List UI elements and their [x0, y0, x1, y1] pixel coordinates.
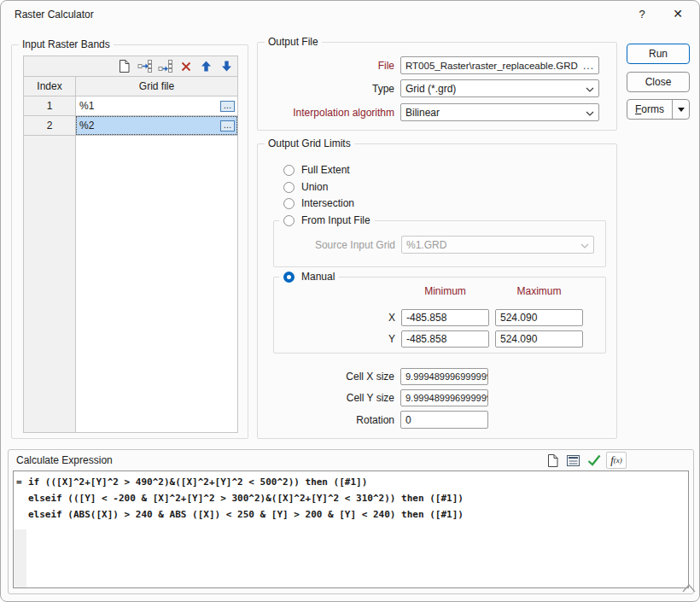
resize-grip[interactable]: [681, 582, 697, 596]
bands-toolbar: [23, 56, 238, 76]
y-max-input[interactable]: 524.090: [495, 330, 583, 348]
expression-code[interactable]: if (([X]^2+[Y]^2 > 490^2)&([X]^2+[Y]^2 <…: [28, 474, 464, 523]
manual-group: Manual Minimum Maximum X -485.858 524.09…: [273, 277, 606, 354]
window-title: Raster Calculator: [15, 9, 94, 20]
cell-x-size-label: Cell X size: [266, 371, 394, 383]
chevron-down-icon: [586, 83, 594, 95]
help-button[interactable]: ?: [634, 8, 650, 20]
radio-label: Full Extent: [301, 164, 350, 176]
bands-table-empty-area: [24, 136, 237, 432]
cell-y-size-label: Cell Y size: [266, 392, 394, 404]
y-axis-label: Y: [368, 333, 395, 345]
radio-icon[interactable]: [283, 182, 295, 193]
append-band-icon[interactable]: [156, 58, 174, 75]
calculate-expression-panel: Calculate Expression f(x) = if (([X]^2+[…: [8, 449, 694, 594]
grid-file-value: %2: [79, 120, 94, 132]
grid-file-value: %1: [79, 100, 94, 112]
calculate-expression-title: Calculate Expression: [16, 454, 113, 466]
source-input-grid-combobox: %1.GRD: [401, 236, 594, 254]
radio-union[interactable]: Union: [283, 181, 328, 193]
move-up-icon[interactable]: [197, 58, 215, 75]
rotation-input[interactable]: 0: [400, 411, 488, 429]
radio-label: Intersection: [301, 197, 354, 209]
file-label: File: [266, 60, 394, 72]
output-file-input[interactable]: RT005_Raster\raster_replaceable.GRD ...: [400, 56, 599, 74]
move-down-icon[interactable]: [218, 58, 236, 75]
radio-icon[interactable]: [283, 215, 295, 226]
delete-band-icon[interactable]: [177, 58, 195, 75]
bands-table: Index Grid file 1 %1 … 2 %2 …: [23, 76, 238, 433]
dropdown-arrow-icon: [678, 108, 685, 112]
radio-full-extent[interactable]: Full Extent: [283, 164, 350, 176]
expression-editor[interactable]: = if (([X]^2+[Y]^2 > 490^2)&([X]^2+[Y]^2…: [13, 470, 689, 588]
radio-selected-icon[interactable]: [283, 272, 295, 283]
x-min-input[interactable]: -485.858: [401, 309, 489, 326]
close-button[interactable]: ✕: [669, 7, 686, 20]
run-button[interactable]: Run: [627, 44, 690, 64]
radio-label: From Input File: [301, 214, 370, 226]
radio-from-input-file[interactable]: From Input File: [279, 214, 375, 226]
output-grid-limits-group: Output Grid Limits Full Extent Union Int…: [257, 143, 617, 439]
rotation-label: Rotation: [266, 414, 394, 426]
output-file-value: RT005_Raster\raster_replaceable.GRD: [405, 61, 578, 71]
forms-dropdown-button[interactable]: [673, 100, 689, 119]
raster-calculator-dialog: Raster Calculator ? ✕ Input Raster Bands: [0, 0, 700, 602]
y-min-input[interactable]: -485.858: [401, 330, 489, 348]
table-row-selected[interactable]: 2 %2 …: [24, 116, 237, 136]
output-grid-limits-title: Output Grid Limits: [265, 137, 354, 150]
grid-file-column-header: Grid file: [76, 77, 237, 96]
bands-table-header: Index Grid file: [24, 77, 237, 96]
cell-x-size-input[interactable]: 9.999489996999999: [400, 368, 488, 385]
input-raster-bands-title: Input Raster Bands: [19, 38, 114, 51]
expression-toolbar: f(x): [545, 452, 627, 469]
row-index: 2: [24, 116, 76, 135]
radio-icon[interactable]: [283, 165, 295, 176]
new-file-icon[interactable]: [115, 58, 133, 75]
interpolation-value: Bilinear: [405, 107, 440, 119]
from-input-file-group: From Input File Source Input Grid %1.GRD: [273, 220, 606, 267]
radio-label: Manual: [301, 271, 335, 283]
type-combobox[interactable]: Grid (*.grd): [400, 79, 599, 97]
radio-intersection[interactable]: Intersection: [283, 197, 354, 209]
output-file-title: Output File: [265, 36, 322, 49]
cell-y-size-input[interactable]: 9.999489996999999: [400, 389, 488, 406]
type-label: Type: [266, 83, 394, 95]
index-column-header: Index: [24, 77, 76, 96]
type-value: Grid (*.grd): [405, 83, 456, 95]
row-grid-file[interactable]: %1 …: [76, 96, 237, 115]
source-input-grid-label: Source Input Grid: [276, 239, 395, 251]
output-file-group: Output File File RT005_Raster\raster_rep…: [257, 42, 617, 131]
forms-button[interactable]: Forms: [627, 99, 690, 120]
expression-gutter: [14, 529, 26, 587]
input-raster-bands-group: Input Raster Bands: [11, 44, 248, 439]
row-index: 1: [24, 96, 76, 115]
expression-list-icon[interactable]: [565, 453, 581, 469]
insert-band-icon[interactable]: [136, 58, 154, 75]
radio-label: Union: [301, 181, 328, 193]
x-axis-label: X: [368, 312, 395, 324]
forms-label: Forms: [635, 103, 664, 115]
new-expression-icon[interactable]: [545, 453, 561, 469]
source-input-grid-value: %1.GRD: [406, 239, 446, 251]
x-max-input[interactable]: 524.090: [495, 309, 583, 326]
function-fx-icon[interactable]: f(x): [606, 452, 627, 469]
row-grid-file[interactable]: %2 …: [76, 116, 237, 135]
browse-button[interactable]: …: [220, 101, 235, 112]
maximum-header: Maximum: [495, 285, 583, 297]
radio-manual[interactable]: Manual: [279, 271, 339, 283]
minimum-header: Minimum: [401, 285, 489, 297]
chevron-down-icon: [586, 107, 594, 119]
validate-check-icon[interactable]: [586, 453, 602, 469]
radio-icon[interactable]: [283, 198, 295, 209]
expression-prefix: =: [16, 474, 22, 490]
browse-button[interactable]: …: [220, 120, 235, 132]
close-action-button[interactable]: Close: [627, 72, 690, 92]
interpolation-combobox[interactable]: Bilinear: [400, 103, 599, 121]
table-row[interactable]: 1 %1 …: [24, 96, 237, 116]
chevron-down-icon: [580, 239, 589, 251]
file-browse-button[interactable]: ...: [583, 60, 594, 72]
interpolation-label: Interpolation algorithm: [266, 107, 394, 119]
